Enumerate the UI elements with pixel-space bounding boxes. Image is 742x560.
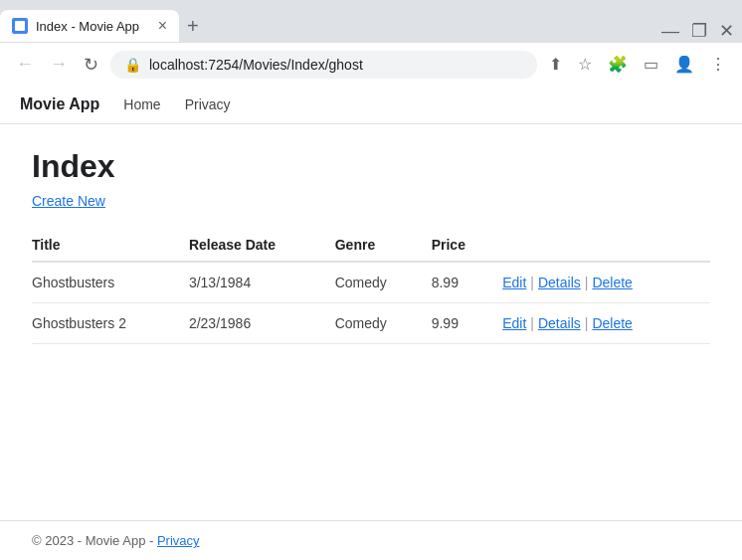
create-new-link[interactable]: Create New — [32, 193, 105, 209]
cell-genre: Comedy — [335, 262, 432, 303]
tab-favicon — [12, 18, 28, 34]
cell-title: Ghostbusters — [32, 262, 189, 303]
active-tab[interactable]: Index - Movie App × — [0, 10, 179, 42]
cell-price: 8.99 — [432, 262, 503, 303]
profile-button[interactable]: 👤 — [670, 51, 698, 78]
footer: © 2023 - Movie App - Privacy — [0, 520, 742, 560]
navbar-brand: Movie App — [20, 95, 99, 113]
reload-button[interactable]: ↻ — [80, 50, 102, 80]
address-input[interactable]: 🔒 localhost:7254/Movies/Index/ghost — [110, 51, 537, 79]
navbar: Movie App Home Privacy — [0, 86, 742, 124]
lock-icon: 🔒 — [124, 57, 141, 73]
action-links: Edit|Details|Delete — [502, 315, 694, 331]
url-text: localhost:7254/Movies/Index/ghost — [149, 57, 363, 73]
tab-title: Index - Movie App — [36, 19, 139, 34]
action-separator: | — [585, 275, 589, 290]
action-links: Edit|Details|Delete — [502, 275, 694, 290]
reload-icon: ↻ — [84, 54, 98, 76]
back-button[interactable]: ← — [12, 50, 38, 79]
minimize-button[interactable]: — — [661, 21, 679, 42]
content-area: Index Create New Title Release Date Genr… — [0, 124, 742, 520]
action-delete-link[interactable]: Delete — [592, 315, 632, 331]
col-price: Price — [432, 229, 503, 262]
action-delete-link[interactable]: Delete — [592, 275, 632, 290]
action-edit-link[interactable]: Edit — [502, 315, 526, 331]
cell-genre: Comedy — [335, 303, 432, 344]
action-details-link[interactable]: Details — [538, 315, 581, 331]
menu-button[interactable]: ⋮ — [706, 51, 730, 78]
table-header-row: Title Release Date Genre Price — [32, 229, 710, 262]
tab-close-button[interactable]: × — [158, 18, 167, 34]
sidebar-button[interactable]: ▭ — [640, 51, 662, 78]
action-separator: | — [530, 275, 534, 290]
forward-button[interactable]: → — [46, 50, 72, 79]
extensions-button[interactable]: 🧩 — [604, 51, 632, 78]
new-tab-button[interactable]: + — [183, 11, 203, 42]
col-release-date: Release Date — [189, 229, 335, 262]
bookmark-button[interactable]: ☆ — [574, 51, 596, 78]
window-controls: — ❐ ✕ — [661, 20, 742, 42]
cell-price: 9.99 — [432, 303, 503, 344]
col-title: Title — [32, 229, 189, 262]
forward-icon: → — [50, 54, 68, 75]
col-actions — [502, 229, 710, 262]
tab-bar: Index - Movie App × + — [0, 6, 203, 42]
back-icon: ← — [16, 54, 34, 75]
cell-release-date: 3/13/1984 — [189, 262, 335, 303]
page-title: Index — [32, 148, 710, 185]
action-separator: | — [530, 315, 534, 331]
footer-privacy-link[interactable]: Privacy — [157, 533, 200, 548]
navbar-privacy-link[interactable]: Privacy — [185, 96, 231, 112]
browser-window: Index - Movie App × + — ❐ ✕ ← → ↻ 🔒 loca… — [0, 0, 742, 560]
close-button[interactable]: ✕ — [719, 20, 734, 42]
navbar-home-link[interactable]: Home — [123, 96, 160, 112]
share-button[interactable]: ⬆ — [545, 51, 566, 78]
address-bar: ← → ↻ 🔒 localhost:7254/Movies/Index/ghos… — [0, 42, 742, 86]
table-row: Ghostbusters 22/23/1986Comedy9.99Edit|De… — [32, 303, 710, 344]
footer-text: © 2023 - Movie App - — [32, 533, 157, 548]
action-separator: | — [585, 315, 589, 331]
cell-actions: Edit|Details|Delete — [502, 262, 710, 303]
action-details-link[interactable]: Details — [538, 275, 581, 290]
col-genre: Genre — [335, 229, 432, 262]
cell-actions: Edit|Details|Delete — [502, 303, 710, 344]
movies-table: Title Release Date Genre Price Ghostbust… — [32, 229, 710, 344]
cell-release-date: 2/23/1986 — [189, 303, 335, 344]
restore-button[interactable]: ❐ — [691, 20, 707, 42]
action-edit-link[interactable]: Edit — [502, 275, 526, 290]
table-row: Ghostbusters3/13/1984Comedy8.99Edit|Deta… — [32, 262, 710, 303]
cell-title: Ghostbusters 2 — [32, 303, 189, 344]
